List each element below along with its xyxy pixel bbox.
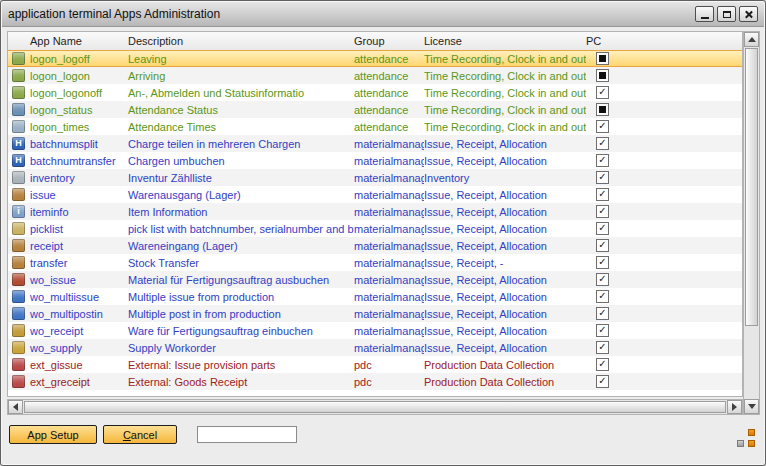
table-row[interactable]: issue Warenausgang (Lager) materialmanag… xyxy=(8,186,742,203)
pc-checkbox[interactable] xyxy=(596,273,609,286)
minimize-button[interactable] xyxy=(695,6,714,22)
table-row[interactable]: wo_receipt Ware für Fertigungsauftrag ei… xyxy=(8,322,742,339)
logon-logonoff-person-icon xyxy=(12,86,25,99)
wo-supply-icon xyxy=(12,341,25,354)
table-row[interactable]: transfer Stock Transfer materialmanageme… xyxy=(8,254,742,271)
column-header-group[interactable]: Group xyxy=(354,35,424,47)
table-row[interactable]: ext_gissue External: Issue provision par… xyxy=(8,356,742,373)
pc-checkbox[interactable] xyxy=(596,86,609,99)
footer-text-input[interactable] xyxy=(197,426,297,443)
vertical-scrollbar[interactable] xyxy=(743,31,760,415)
description-cell: pick list with batchnumber, serialnumber… xyxy=(126,223,354,235)
license-cell: Issue, Receipt, Allocation xyxy=(424,240,586,252)
arrow-right-icon xyxy=(732,403,737,411)
table-row[interactable]: logon_logoff Leaving attendance Time Rec… xyxy=(8,50,742,67)
maximize-button[interactable] xyxy=(717,6,736,22)
group-cell: materialmanagement xyxy=(354,325,424,337)
pc-checkbox[interactable] xyxy=(596,222,609,235)
table-row[interactable]: logon_status Attendance Status attendanc… xyxy=(8,101,742,118)
app-name-cell: wo_issue xyxy=(30,274,76,286)
scroll-left-button[interactable] xyxy=(8,400,23,414)
arrow-left-icon xyxy=(13,403,18,411)
inventory-clipboard-icon xyxy=(12,171,25,184)
description-cell: An-, Abmelden und Statusinformatio xyxy=(126,87,354,99)
pc-checkbox[interactable] xyxy=(596,358,609,371)
column-header-pc[interactable]: PC xyxy=(586,35,620,47)
resize-grip-icon[interactable] xyxy=(737,429,755,447)
scroll-right-button[interactable] xyxy=(727,400,742,414)
logon-status-icon xyxy=(12,103,25,116)
column-header-app-name[interactable]: App Name xyxy=(8,35,126,47)
table-row[interactable]: H batchnumsplit Charge teilen in mehrere… xyxy=(8,135,742,152)
group-cell: materialmanagement xyxy=(354,240,424,252)
pc-checkbox[interactable] xyxy=(596,171,609,184)
pc-checkbox[interactable] xyxy=(596,205,609,218)
group-cell: materialmanagement xyxy=(354,206,424,218)
app-name-cell: logon_logonoff xyxy=(30,87,102,99)
description-cell: Multiple issue from production xyxy=(126,291,354,303)
table-row[interactable]: wo_supply Supply Workorder materialmanag… xyxy=(8,339,742,356)
pc-checkbox[interactable] xyxy=(596,103,609,116)
group-cell: materialmanagement xyxy=(354,223,424,235)
app-name-cell: iteminfo xyxy=(30,206,69,218)
pc-checkbox[interactable] xyxy=(596,239,609,252)
pc-checkbox[interactable] xyxy=(596,256,609,269)
table-row[interactable]: picklist pick list with batchnumber, ser… xyxy=(8,220,742,237)
app-setup-button[interactable]: App Setup xyxy=(9,425,97,444)
description-cell: Chargen umbuchen xyxy=(126,155,354,167)
table-row[interactable]: logon_logonoff An-, Abmelden und Statusi… xyxy=(8,84,742,101)
app-icon-label: H xyxy=(15,139,22,148)
description-cell: Charge teilen in mehreren Chargen xyxy=(126,138,354,150)
pc-checkbox[interactable] xyxy=(596,69,609,82)
logon-times-list-icon xyxy=(12,120,25,133)
pc-checkbox[interactable] xyxy=(596,290,609,303)
pc-checkbox[interactable] xyxy=(596,341,609,354)
column-header-description[interactable]: Description xyxy=(126,35,354,47)
pc-checkbox[interactable] xyxy=(596,375,609,388)
column-header-license[interactable]: License xyxy=(424,35,586,47)
license-cell: Issue, Receipt, Allocation xyxy=(424,138,586,150)
pc-checkbox[interactable] xyxy=(596,154,609,167)
table-row[interactable]: wo_issue Material für Fertigungsauftrag … xyxy=(8,271,742,288)
license-cell: Production Data Collection xyxy=(424,376,586,388)
cancel-button[interactable]: Cancel xyxy=(103,425,177,444)
app-name-cell: wo_receipt xyxy=(30,325,83,337)
pc-checkbox[interactable] xyxy=(596,307,609,320)
pc-checkbox[interactable] xyxy=(596,324,609,337)
group-cell: materialmanagement xyxy=(354,257,424,269)
app-name-cell: wo_supply xyxy=(30,342,82,354)
vertical-scrollbar-thumb[interactable] xyxy=(745,48,758,326)
table-row[interactable]: ext_greceipt External: Goods Receipt pdc… xyxy=(8,373,742,390)
pc-checkbox[interactable] xyxy=(596,188,609,201)
arrow-up-icon xyxy=(748,37,756,42)
table-row[interactable]: wo_multipostin Multiple post in from pro… xyxy=(8,305,742,322)
titlebar[interactable]: application terminal Apps Administration xyxy=(2,2,764,27)
table-row[interactable]: inventory Inventur Zählliste materialman… xyxy=(8,169,742,186)
table-row[interactable]: receipt Wareneingang (Lager) materialman… xyxy=(8,237,742,254)
app-name-cell: inventory xyxy=(30,172,75,184)
pc-checkbox[interactable] xyxy=(596,120,609,133)
table-row[interactable]: logon_times Attendance Times attendance … xyxy=(8,118,742,135)
app-icon-label: i xyxy=(17,207,20,216)
group-cell: pdc xyxy=(354,376,424,388)
pc-checkbox[interactable] xyxy=(596,137,609,150)
wo-receipt-icon xyxy=(12,324,25,337)
table-row[interactable]: logon_logon Arriving attendance Time Rec… xyxy=(8,67,742,84)
close-button[interactable] xyxy=(739,6,758,22)
scroll-up-button[interactable] xyxy=(744,32,759,47)
license-cell: Time Recording, Clock in and out xyxy=(424,87,586,99)
pc-checkbox[interactable] xyxy=(596,52,609,65)
logon-logoff-person-icon xyxy=(12,52,25,65)
table-row[interactable]: H batchnumtransfer Chargen umbuchen mate… xyxy=(8,152,742,169)
horizontal-scrollbar[interactable] xyxy=(7,399,743,415)
table-row[interactable]: wo_multiissue Multiple issue from produc… xyxy=(8,288,742,305)
group-cell: materialmanagement xyxy=(354,172,424,184)
group-cell: attendance xyxy=(354,104,424,116)
description-cell: Material für Fertigungsauftrag ausbuchen xyxy=(126,274,354,286)
transfer-boxes-icon xyxy=(12,256,25,269)
table-row[interactable]: i iteminfo Item Information materialmana… xyxy=(8,203,742,220)
receipt-box-icon xyxy=(12,239,25,252)
horizontal-scrollbar-thumb[interactable] xyxy=(24,401,726,413)
scroll-down-button[interactable] xyxy=(744,399,759,414)
close-icon xyxy=(744,10,753,19)
